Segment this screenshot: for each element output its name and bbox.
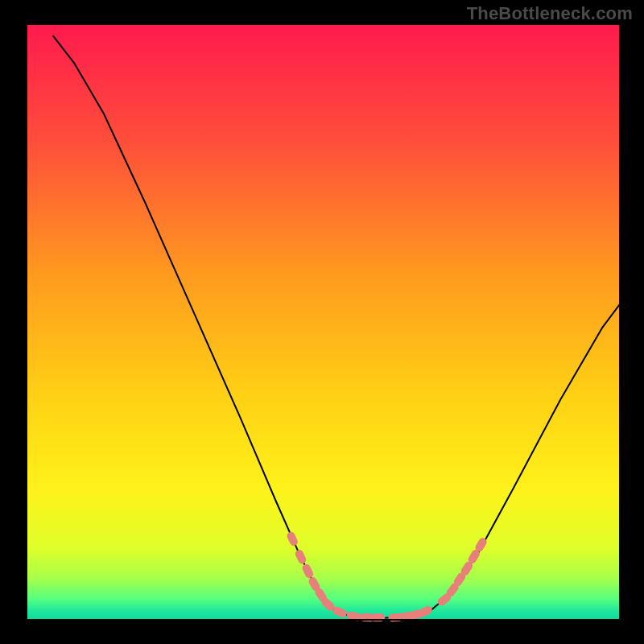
plot-background	[27, 24, 620, 620]
chart-frame: TheBottleneck.com	[0, 0, 644, 644]
watermark-text: TheBottleneck.com	[467, 3, 633, 24]
bottleneck-chart	[0, 0, 644, 644]
